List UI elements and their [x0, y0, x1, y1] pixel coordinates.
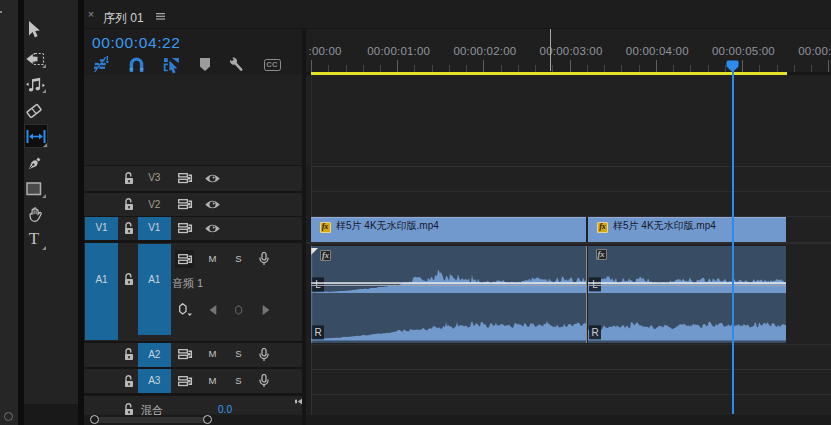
svg-text:L: L [592, 279, 598, 290]
svg-text:R: R [591, 327, 598, 338]
svg-text:R: R [314, 327, 321, 338]
svg-text:L: L [315, 279, 321, 290]
